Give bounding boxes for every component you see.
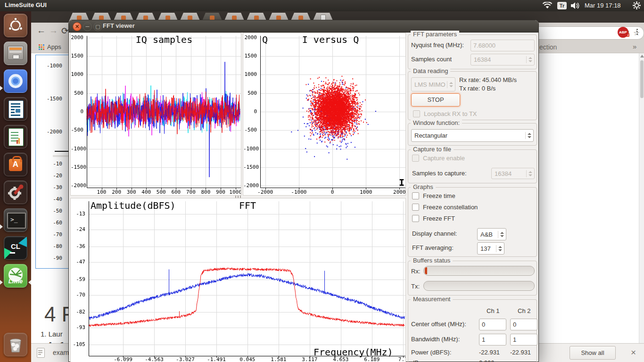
scroll-thumb[interactable] xyxy=(640,60,644,98)
chromium-icon[interactable] xyxy=(4,69,27,93)
reload-button[interactable]: ⟳ xyxy=(61,25,69,36)
forward-button[interactable]: → xyxy=(49,25,58,36)
embedded-axis-label: -50 xyxy=(41,208,62,214)
loopback-label: Loopback RX to TX xyxy=(424,110,477,117)
spinner-arrows-icon xyxy=(525,132,533,139)
group-legend: Data reading xyxy=(411,67,450,74)
capture-enable-label: Capture enable xyxy=(423,155,465,162)
show-all-downloads-button[interactable]: Show all xyxy=(570,346,616,360)
trash-icon[interactable] xyxy=(4,333,27,356)
libreoffice-calc-icon[interactable] xyxy=(4,125,27,148)
window-minimize-button[interactable]: ─ xyxy=(83,22,92,31)
wifi-icon[interactable] xyxy=(542,2,553,9)
downloads-close-icon[interactable]: × xyxy=(631,347,636,358)
partial-bookmark[interactable]: ection xyxy=(539,43,557,51)
y-tick-label: -59 xyxy=(71,276,85,282)
stop-button[interactable]: STOP xyxy=(411,93,460,107)
nyquist-label: Nyquist freq (MHz): xyxy=(411,41,464,49)
embedded-axis-label: -40 xyxy=(41,196,62,202)
freeze-time-label: Freeze time xyxy=(423,192,455,199)
window-function-select[interactable]: Rectangular xyxy=(411,129,534,142)
window-close-button[interactable]: ✕ xyxy=(73,22,82,31)
libreoffice-writer-icon[interactable] xyxy=(4,97,27,121)
terminal-icon[interactable]: >_ xyxy=(4,208,27,232)
x-tick-label: 7.7 xyxy=(390,356,406,362)
embedded-axis-label: -80 xyxy=(41,243,62,249)
data-reading-group: Data reading LMS MIMO Rx rate: 45.040 MB… xyxy=(408,71,537,120)
y-tick-label: -82 xyxy=(71,309,85,315)
freeze-time-checkbox[interactable] xyxy=(412,192,419,199)
window-maximize-button[interactable]: ▢ xyxy=(93,22,102,31)
browser-menu-icon[interactable] xyxy=(636,28,638,36)
power-label: Power (dBFS): xyxy=(411,349,451,356)
bandwidth-ch2-input[interactable] xyxy=(510,334,537,346)
freeze-constellation-checkbox[interactable] xyxy=(412,204,419,211)
y-tick-label: 1000 xyxy=(243,71,257,77)
loopback-checkbox[interactable] xyxy=(413,110,420,117)
window-titlebar[interactable]: ✕ ─ ▢ FFT viewer xyxy=(69,20,538,33)
y-axis-label: Q xyxy=(262,34,268,45)
volume-icon[interactable] xyxy=(570,2,580,9)
y-tick-label: -500 xyxy=(71,127,83,133)
x-tick-label: 1.581 xyxy=(265,356,292,362)
back-button[interactable]: ← xyxy=(37,25,46,36)
x-tick-label: 0.045 xyxy=(234,356,261,362)
x-tick-label: -4.563 xyxy=(141,356,167,362)
x-tick-label: 4.653 xyxy=(328,356,354,362)
files-icon[interactable] xyxy=(4,41,27,65)
apps-bookmark[interactable]: Apps xyxy=(47,43,61,50)
clion-icon[interactable]: CL xyxy=(4,236,27,260)
apps-grid-icon[interactable] xyxy=(39,44,44,50)
center-offset-ch1-input[interactable] xyxy=(479,319,506,330)
page-scrollbar[interactable] xyxy=(639,53,644,343)
x-tick-label: 1000 xyxy=(353,189,379,195)
y-tick-label: -2000 xyxy=(243,182,257,189)
ch1-header: Ch 1 xyxy=(487,307,499,314)
session-gear-icon[interactable] xyxy=(633,1,641,9)
rx-rate-text: Rx rate: 45.040 MB/s xyxy=(459,76,517,83)
embedded-axis-label: -1500 xyxy=(41,96,62,102)
dbc-value: 0.000 xyxy=(479,359,495,362)
y-tick-label: -24 xyxy=(71,226,85,232)
y-axis-label: Amplitude(dBFS) xyxy=(91,200,176,211)
system-settings-icon[interactable] xyxy=(4,181,27,204)
limesuite-icon[interactable]: Lime xyxy=(4,264,27,288)
spinner-arrows-icon xyxy=(498,231,506,238)
active-app-title: LimeSuite GUI xyxy=(5,1,47,8)
bandwidth-ch1-input[interactable] xyxy=(479,334,506,346)
adblock-icon[interactable]: ABP xyxy=(618,27,628,38)
scroll-up-arrow[interactable] xyxy=(640,55,644,58)
device-select[interactable]: LMS MIMO xyxy=(411,77,455,91)
nyquist-input[interactable] xyxy=(471,40,535,51)
graphs-group: Graphs Freeze time Freeze constellation … xyxy=(408,187,537,257)
clock[interactable]: Mar 19 17:18 xyxy=(585,2,621,9)
tx-buffer-progress xyxy=(423,281,535,291)
ubuntu-dash-icon[interactable] xyxy=(4,14,27,37)
window-function-group: Window function: Rectangular xyxy=(408,123,537,146)
freeze-fft-checkbox[interactable] xyxy=(412,215,419,222)
samples-count-spinner[interactable]: 16384 xyxy=(471,54,535,66)
power-ch1-value: -22.931 xyxy=(479,349,500,356)
rx-buffer-label: Rx: xyxy=(411,268,421,275)
bookmarks-overflow-chevron[interactable]: » xyxy=(633,42,636,50)
running-indicator xyxy=(0,86,3,90)
ubuntu-top-panel: LimeSuite GUI Tr Mar 19 17:18 xyxy=(0,0,644,11)
y-tick-label: -47 xyxy=(71,259,85,265)
center-offset-ch2-input[interactable] xyxy=(510,319,537,330)
running-indicator xyxy=(0,280,3,285)
x-tick-label: -1000 xyxy=(286,189,312,195)
downloaded-file-name[interactable]: exam xyxy=(53,349,69,356)
capture-enable-checkbox[interactable] xyxy=(412,155,419,162)
fft-averaging-label: FFT averaging: xyxy=(412,244,454,251)
keyboard-layout-indicator[interactable]: Tr xyxy=(557,2,567,9)
time-canvas xyxy=(71,33,241,195)
fft-averaging-spinner[interactable]: 137 xyxy=(477,242,504,255)
center-offset-label: Center offset (MHz): xyxy=(411,321,466,328)
tx-buffer-label: Tx: xyxy=(411,283,420,290)
spinner-arrows-icon xyxy=(526,56,534,63)
samples-to-capture-spinner[interactable]: 16384 xyxy=(491,168,535,179)
y-tick-label: -1000 xyxy=(71,146,83,152)
ubuntu-software-icon[interactable]: A xyxy=(4,153,27,176)
spinner-arrows-icon xyxy=(447,81,455,88)
display-channel-spinner[interactable]: A&B xyxy=(477,228,506,240)
